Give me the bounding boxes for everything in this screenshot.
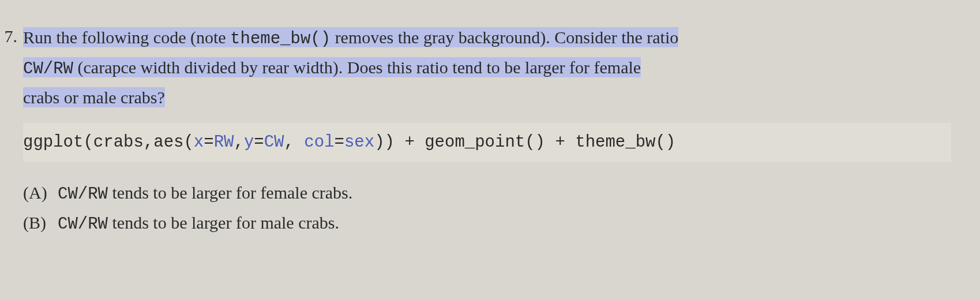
code-block: ggplot(crabs,aes(x=RW,y=CW, col=sex)) + … [23, 123, 951, 162]
question-line2-highlight: CW/RW (carapce width divided by rear wid… [23, 57, 641, 77]
option-b-label: (B) [23, 210, 58, 237]
question-text: Run the following code (note theme_bw() … [23, 23, 951, 111]
option-a: (A) CW/RW tends to be larger for female … [23, 180, 951, 207]
code-rw: RW [214, 133, 234, 152]
code-y: y [244, 133, 254, 152]
option-b-text: CW/RW tends to be larger for male crabs. [58, 210, 951, 237]
option-a-code: CW/RW [58, 185, 108, 204]
code-t11: = [335, 133, 344, 152]
code-col: col [304, 133, 334, 152]
code-t1: ggplot(crabs,aes( [23, 133, 194, 152]
code-t9: , [284, 133, 305, 152]
code-t3: = [204, 133, 213, 152]
code-t7: = [254, 133, 264, 152]
inline-code-theme-bw: theme_bw() [230, 29, 331, 48]
inline-code-cwrw: CW/RW [23, 59, 73, 79]
question-line3-highlight: crabs or male crabs? [23, 87, 165, 107]
question-content: Run the following code (note theme_bw() … [23, 23, 968, 240]
option-b: (B) CW/RW tends to be larger for male cr… [23, 210, 951, 237]
question-text-part1: Run the following code (note [23, 28, 230, 47]
question-number: 7. [0, 23, 23, 49]
options-list: (A) CW/RW tends to be larger for female … [23, 180, 951, 237]
option-b-code: CW/RW [58, 215, 108, 234]
question-line1-highlight: Run the following code (note theme_bw() … [23, 27, 678, 47]
code-sex: sex [344, 133, 374, 152]
code-t13: )) + geom_point() + theme_bw() [374, 133, 675, 152]
option-a-rest: tends to be larger for female crabs. [108, 183, 352, 202]
question-text-part2: removes the gray background). Consider t… [331, 28, 678, 47]
question-text-part3b: (carapce width divided by rear width). D… [73, 58, 641, 77]
code-x: x [194, 133, 204, 152]
option-a-label: (A) [23, 180, 58, 207]
option-b-rest: tends to be larger for male crabs. [108, 213, 339, 232]
question-text-part4: crabs or male crabs? [23, 88, 165, 107]
code-t5: , [234, 133, 243, 152]
question-container: 7. Run the following code (note theme_bw… [0, 23, 968, 240]
option-a-text: CW/RW tends to be larger for female crab… [58, 180, 951, 207]
code-cw: CW [264, 133, 284, 152]
